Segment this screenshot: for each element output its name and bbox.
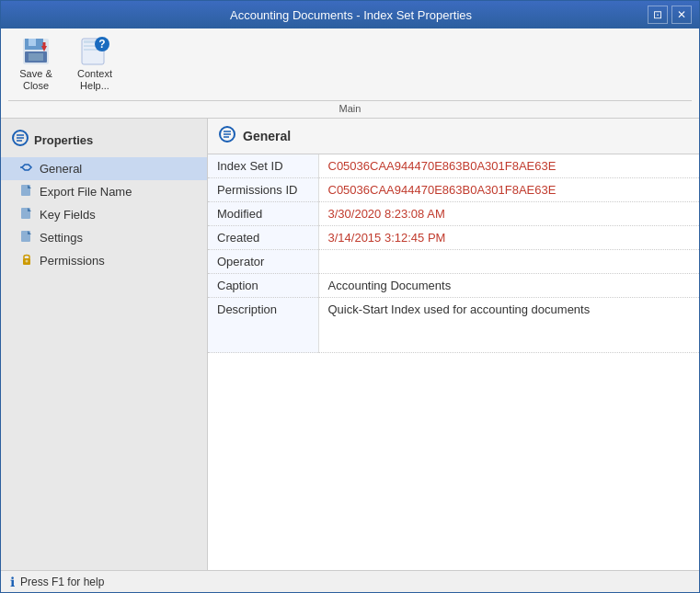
sidebar-settings-label: Settings	[40, 231, 83, 245]
value-description: Quick-Start Index used for accounting do…	[318, 298, 699, 353]
svg-rect-4	[29, 53, 43, 61]
toolbar-buttons: Save &Close ? ContextHelp...	[8, 32, 692, 97]
label-caption: Caption	[208, 274, 318, 298]
value-caption: Accounting Documents	[318, 274, 699, 298]
table-row: Operator	[208, 250, 699, 274]
window-controls: ⊡ ✕	[648, 6, 692, 24]
sidebar: Properties General Exp	[1, 119, 208, 570]
value-operator	[318, 250, 699, 274]
restore-button[interactable]: ⊡	[648, 6, 668, 24]
label-modified: Modified	[208, 202, 318, 226]
sidebar-permissions-label: Permissions	[40, 254, 105, 268]
title-bar: Accounting Documents - Index Set Propert…	[1, 1, 699, 29]
context-help-icon: ?	[80, 37, 109, 66]
sidebar-item-settings[interactable]: Settings	[1, 226, 207, 249]
label-permissions-id: Permissions ID	[208, 178, 318, 202]
sidebar-header-label: Properties	[34, 133, 93, 147]
label-operator: Operator	[208, 250, 318, 274]
sidebar-item-export-file-name[interactable]: Export File Name	[1, 180, 207, 203]
toolbar: Save &Close ? ContextHelp... Main	[1, 29, 699, 119]
key-fields-icon	[19, 207, 34, 222]
content-header-icon	[219, 126, 235, 146]
general-icon	[19, 161, 34, 177]
table-row: Description Quick-Start Index used for a…	[208, 298, 699, 353]
value-created: 3/14/2015 3:12:45 PM	[318, 226, 699, 250]
export-file-icon	[19, 184, 34, 200]
table-row: Modified 3/30/2020 8:23:08 AM	[208, 202, 699, 226]
content-header: General	[208, 119, 699, 154]
table-row: Caption Accounting Documents	[208, 274, 699, 298]
table-row: Permissions ID C05036CAA944470E863B0A301…	[208, 178, 699, 202]
permissions-icon	[19, 253, 34, 268]
content-area: General Index Set ID C05036CAA944470E863…	[208, 119, 699, 570]
svg-rect-2	[29, 39, 36, 46]
sidebar-item-key-fields[interactable]: Key Fields	[1, 203, 207, 226]
sidebar-header: Properties	[1, 126, 207, 157]
content-section-title: General	[243, 129, 291, 143]
settings-icon	[19, 230, 34, 245]
sidebar-item-permissions[interactable]: Permissions	[1, 249, 207, 272]
main-content: Properties General Exp	[1, 119, 699, 570]
sidebar-key-fields-label: Key Fields	[40, 208, 96, 222]
properties-table: Index Set ID C05036CAA944470E863B0A301F8…	[208, 154, 699, 353]
table-row: Created 3/14/2015 3:12:45 PM	[208, 226, 699, 250]
save-close-button[interactable]: Save &Close	[8, 32, 63, 97]
save-close-icon	[21, 37, 51, 66]
label-created: Created	[208, 226, 318, 250]
status-text: Press F1 for help	[20, 576, 104, 588]
main-window: Accounting Documents - Index Set Propert…	[0, 0, 700, 593]
sidebar-general-label: General	[40, 162, 82, 176]
svg-point-25	[26, 260, 29, 263]
status-bar: ℹ Press F1 for help	[1, 570, 699, 592]
window-title: Accounting Documents - Index Set Propert…	[54, 8, 648, 22]
save-close-label: Save &Close	[19, 68, 52, 92]
properties-icon	[12, 130, 29, 150]
context-help-label: ContextHelp...	[77, 68, 112, 92]
value-permissions-id: C05036CAA944470E863B0A301F8AE63E	[318, 178, 699, 202]
svg-rect-6	[43, 42, 46, 48]
value-index-set-id: C05036CAA944470E863B0A301F8AE63E	[318, 154, 699, 178]
toolbar-section-label: Main	[8, 100, 692, 114]
label-index-set-id: Index Set ID	[208, 154, 318, 178]
context-help-button[interactable]: ? ContextHelp...	[67, 32, 122, 97]
close-button[interactable]: ✕	[671, 6, 692, 24]
sidebar-item-general[interactable]: General	[1, 157, 207, 180]
svg-text:?: ?	[98, 38, 105, 51]
status-icon: ℹ	[10, 575, 15, 589]
table-row: Index Set ID C05036CAA944470E863B0A301F8…	[208, 154, 699, 178]
value-modified: 3/30/2020 8:23:08 AM	[318, 202, 699, 226]
sidebar-export-label: Export File Name	[40, 185, 132, 199]
label-description: Description	[208, 298, 318, 353]
